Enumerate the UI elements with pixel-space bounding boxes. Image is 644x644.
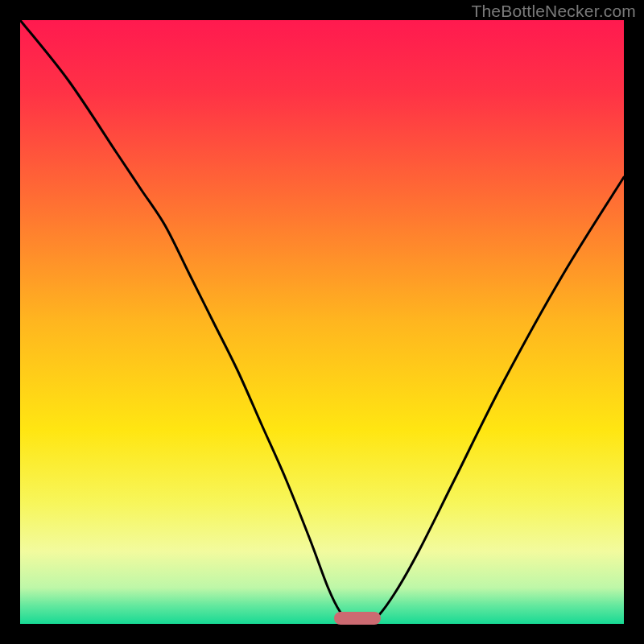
chart-frame: TheBottleNecker.com (0, 0, 644, 644)
optimal-marker (334, 612, 381, 625)
watermark-text: TheBottleNecker.com (471, 2, 636, 21)
plot-area (20, 20, 624, 624)
bottleneck-curve (20, 20, 624, 624)
